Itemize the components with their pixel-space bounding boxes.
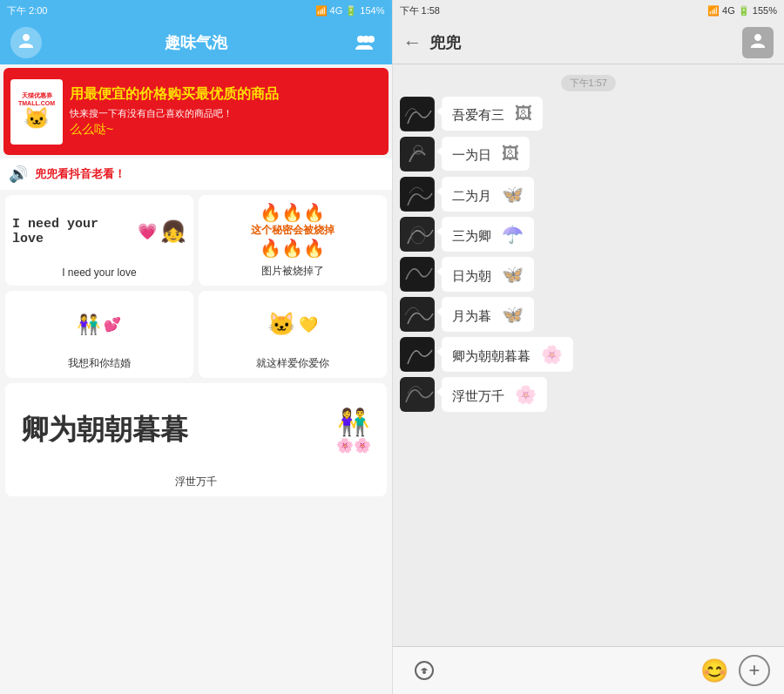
msg-text-2: 一为日 <box>452 147 491 162</box>
banner-text: 用最便宜的价格购买最优质的商品 快来搜一下有没有自己喜欢的商品吧！ 么么哒~ <box>63 85 382 138</box>
couple-emoji: 👫 <box>77 313 100 336</box>
chat-message-4: 三为卿 ☂️ <box>400 217 778 252</box>
sticker-5-label: 浮世万千 <box>175 475 217 489</box>
wide-sticker-text: 卿为朝朝暮暮 <box>21 411 188 449</box>
sticker-5-image: 卿为朝朝暮暮 👫 🌸🌸 <box>12 390 380 469</box>
cat-icon: 🐱 <box>24 106 50 131</box>
msg-img-7: 🌸 <box>541 345 563 364</box>
svg-point-2 <box>362 36 369 43</box>
sticker-area: I need your love 💗 👧 I need your love 🔥🔥… <box>0 190 392 694</box>
msg-text-8: 浮世万千 <box>452 388 504 403</box>
banner[interactable]: 天猫优惠券 TMALL.COM 🐱 用最便宜的价格购买最优质的商品 快来搜一下有… <box>3 68 389 155</box>
sticker-2[interactable]: 🔥🔥🔥 这个秘密会被烧掉 🔥🔥🔥 图片被烧掉了 <box>199 195 387 286</box>
sticker-4-image: 🐱 💛 <box>206 298 380 351</box>
msg-bubble-2: 一为日 🖼 <box>442 137 530 171</box>
back-button[interactable]: ← <box>403 31 422 54</box>
add-button[interactable]: + <box>739 655 770 686</box>
msg-avatar-6 <box>400 297 435 332</box>
banner-logo-line2: TMALL.COM <box>18 100 55 106</box>
svg-rect-12 <box>401 378 434 411</box>
chat-message-1: 吾爱有三 🖼 <box>400 97 778 131</box>
msg-bubble-8: 浮世万千 🌸 <box>442 377 547 412</box>
banner-call-text: 么么哒~ <box>70 122 382 138</box>
msg-bubble-6: 月为暮 🦋 <box>442 297 534 332</box>
left-time: 下午 2:00 <box>7 4 47 17</box>
msg-text-6: 月为暮 <box>452 308 491 323</box>
chat-message-6: 月为暮 🦋 <box>400 297 778 332</box>
left-header: 趣味气泡 <box>0 21 392 64</box>
heart-icon-4: 💛 <box>299 315 318 334</box>
sticker-4-label: 就这样爱你爱你 <box>256 356 329 371</box>
girl-emoji: 👧 <box>160 219 186 244</box>
sticker-2-label: 图片被烧掉了 <box>261 264 324 279</box>
msg-img-4: ☂️ <box>502 225 524 244</box>
msg-text-1: 吾爱有三 <box>452 107 504 122</box>
banner-main-text: 用最便宜的价格购买最优质的商品 <box>70 85 382 104</box>
sticker-3[interactable]: 👫 💕 我想和你结婚 <box>5 291 193 378</box>
sticker-1-label: I need your love <box>62 266 136 279</box>
group-icon[interactable] <box>350 27 382 58</box>
right-icons: 📶 4G 🔋 155% <box>707 5 777 17</box>
sticker-3-label: 我想和你结婚 <box>68 356 131 371</box>
msg-bubble-5: 日为朝 🦋 <box>442 257 534 292</box>
notif-text: 兜兜看抖音老看！ <box>35 166 125 182</box>
right-status-bar: 下午 1:58 📶 4G 🔋 155% <box>393 0 785 21</box>
left-header-title: 趣味气泡 <box>42 32 350 53</box>
voice-button[interactable] <box>407 653 442 688</box>
right-avatar <box>742 27 774 58</box>
msg-bubble-1: 吾爱有三 🖼 <box>442 97 543 131</box>
sticker-5[interactable]: 卿为朝朝暮暮 👫 🌸🌸 浮世万千 <box>5 383 387 496</box>
cat-love-emoji: 🐱 <box>267 311 295 338</box>
chat-area: 下午1:57 吾爱有三 🖼 <box>393 64 785 646</box>
msg-avatar-2 <box>400 137 435 172</box>
msg-img-6: 🦋 <box>502 305 524 324</box>
msg-avatar-1 <box>400 97 435 131</box>
right-time: 下午 1:58 <box>400 4 440 17</box>
msg-text-5: 日为朝 <box>452 268 491 283</box>
speaker-icon: 🔊 <box>9 165 28 184</box>
chat-message-3: 二为月 🦋 <box>400 177 778 212</box>
chat-toolbar: 😊 + <box>393 646 785 694</box>
notif-bar: 🔊 兜兜看抖音老看！ <box>0 158 392 190</box>
chat-message-2: 一为日 🖼 <box>400 137 778 172</box>
fire-icons: 🔥🔥🔥 <box>260 202 325 223</box>
msg-bubble-7: 卿为朝朝暮暮 🌸 <box>442 337 573 372</box>
heart-icon-1: 💗 <box>138 222 157 241</box>
msg-avatar-3 <box>400 177 435 212</box>
fire-secret-text: 这个秘密会被烧掉 <box>251 223 335 238</box>
sticker-1[interactable]: I need your love 💗 👧 I need your love <box>5 195 193 286</box>
left-status-bar: 下午 2:00 📶 4G 🔋 154% <box>0 0 392 21</box>
sticker1-text: I need your love <box>12 217 134 246</box>
msg-text-4: 三为卿 <box>452 228 491 243</box>
right-header-title: 兜兜 <box>429 32 743 53</box>
left-avatar-icon <box>10 27 42 58</box>
fire-icons-2: 🔥🔥🔥 <box>260 238 325 259</box>
sticker-1-image: I need your love 💗 👧 <box>12 202 186 261</box>
left-panel: 下午 2:00 📶 4G 🔋 154% 趣味气泡 天猫优惠券 TMALL.COM… <box>0 0 392 694</box>
msg-bubble-4: 三为卿 ☂️ <box>442 217 534 252</box>
heart-icon-3: 💕 <box>104 316 121 333</box>
sticker-2-image: 🔥🔥🔥 这个秘密会被烧掉 🔥🔥🔥 <box>206 202 380 259</box>
left-icons: 📶 4G 🔋 154% <box>315 5 385 17</box>
chat-message-7: 卿为朝朝暮暮 🌸 <box>400 337 778 372</box>
sticker-4[interactable]: 🐱 💛 就这样爱你爱你 <box>199 291 387 378</box>
msg-text-3: 二为月 <box>452 188 491 203</box>
chat-message-5: 日为朝 🦋 <box>400 257 778 292</box>
svg-rect-7 <box>401 218 434 251</box>
sticker-grid: I need your love 💗 👧 I need your love 🔥🔥… <box>5 195 387 496</box>
couple-silhouette: 👫 <box>337 407 369 437</box>
right-panel: 下午 1:58 📶 4G 🔋 155% ← 兜兜 下午1:57 吾爱有三 <box>393 0 785 694</box>
banner-logo-line1: 天猫优惠券 <box>22 92 52 99</box>
sticker-3-image: 👫 💕 <box>12 298 186 351</box>
msg-img-3: 🦋 <box>502 185 524 204</box>
msg-img-2: 🖼 <box>502 144 519 163</box>
msg-text-7: 卿为朝朝暮暮 <box>452 348 531 363</box>
msg-avatar-8 <box>400 377 435 412</box>
msg-avatar-5 <box>400 257 435 292</box>
msg-bubble-3: 二为月 🦋 <box>442 177 534 212</box>
sakura-icon: 🌸🌸 <box>336 437 371 454</box>
banner-sub-text: 快来搜一下有没有自己喜欢的商品吧！ <box>70 107 382 120</box>
svg-point-14 <box>422 670 426 674</box>
msg-avatar-4 <box>400 217 435 252</box>
emoji-button[interactable]: 😊 <box>697 653 732 688</box>
